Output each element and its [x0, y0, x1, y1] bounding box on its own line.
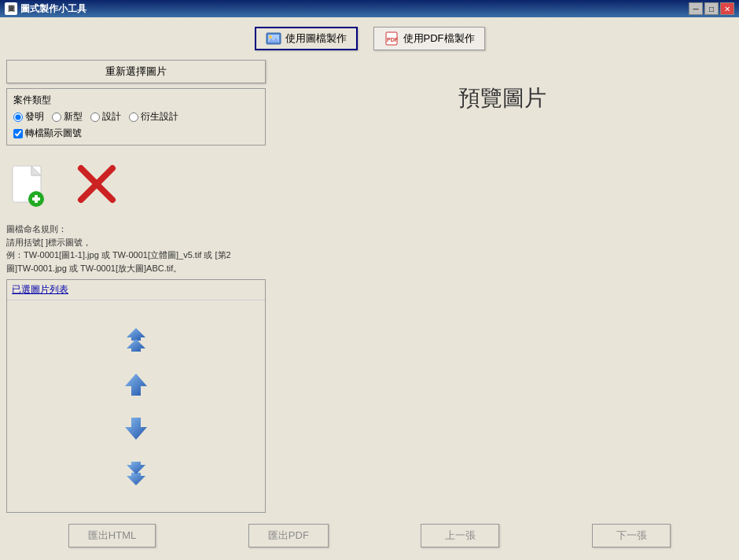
radio-design[interactable]: 設計 — [90, 110, 121, 123]
move-to-top-button[interactable] — [122, 326, 150, 355]
pdf-file-label: 使用PDF檔製作 — [403, 31, 475, 46]
checkbox-show-figure-number[interactable]: 轉檔顯示圖號 — [13, 127, 259, 140]
delete-icon[interactable] — [77, 164, 116, 204]
pdf-file-button[interactable]: PDF 使用PDF檔製作 — [373, 27, 485, 50]
rules-line3: 圖]TW-0001.jpg 或 TW-0001[放大圖]ABC.tif。 — [6, 262, 266, 275]
svg-marker-15 — [125, 374, 147, 396]
image-list-section: 已選圖片列表 — [6, 279, 266, 513]
minimize-button[interactable]: ─ — [689, 2, 703, 15]
radio-new-type[interactable]: 新型 — [52, 110, 83, 123]
export-html-button[interactable]: 匯出HTML — [68, 524, 156, 547]
window-controls[interactable]: ─ □ ✕ — [689, 2, 734, 15]
window-body: 使用圖檔製作 PDF 使用PDF檔製作 重新選擇圖片 案件類型 — [0, 17, 739, 560]
move-to-bottom-button[interactable] — [122, 459, 150, 487]
title-bar: 圖 圖式製作小工具 ─ □ ✕ — [0, 0, 739, 17]
export-pdf-button[interactable]: 匯出PDF — [248, 524, 329, 547]
main-content: 重新選擇圖片 案件類型 發明 新型 設計 — [6, 60, 733, 513]
restore-button[interactable]: □ — [704, 2, 719, 15]
nav-arrows — [122, 311, 150, 503]
rules-text: 圖檔命名規則： 請用括號[ ]標示圖號， 例：TW-0001[圖1-1].jpg… — [6, 223, 266, 274]
select-image-button[interactable]: 重新選擇圖片 — [6, 60, 266, 83]
move-up-button[interactable] — [122, 370, 150, 399]
icons-area — [6, 150, 266, 218]
add-file-icon[interactable] — [6, 157, 53, 212]
next-page-button[interactable]: 下一張 — [592, 524, 671, 547]
image-icon — [266, 32, 281, 45]
pdf-icon: PDF — [384, 32, 399, 45]
move-down-button[interactable] — [122, 414, 150, 443]
close-button[interactable]: ✕ — [720, 2, 734, 15]
svg-point-3 — [269, 35, 272, 39]
svg-marker-14 — [127, 339, 145, 352]
radio-invention[interactable]: 發明 — [13, 110, 44, 123]
svg-marker-13 — [127, 328, 145, 341]
radio-group: 發明 新型 設計 衍生設計 — [13, 110, 259, 123]
case-type-box: 案件類型 發明 新型 設計 — [6, 88, 266, 146]
rules-line1: 請用括號[ ]標示圖號， — [6, 236, 266, 249]
top-toolbar: 使用圖檔製作 PDF 使用PDF檔製作 — [6, 24, 733, 53]
rules-line2: 例：TW-0001[圖1-1].jpg 或 TW-0001[立體圖]_v5.ti… — [6, 249, 266, 262]
case-type-label: 案件類型 — [13, 94, 259, 107]
svg-marker-16 — [125, 418, 147, 440]
svg-marker-17 — [127, 473, 145, 485]
bottom-toolbar: 匯出HTML 匯出PDF 上一張 下一張 — [6, 518, 733, 554]
right-panel: 預覽圖片 — [272, 60, 733, 513]
image-file-label: 使用圖檔製作 — [285, 31, 347, 46]
image-list-header[interactable]: 已選圖片列表 — [7, 280, 265, 300]
svg-rect-10 — [35, 195, 38, 203]
rules-title: 圖檔命名規則： — [6, 223, 266, 236]
window-title: 圖式製作小工具 — [20, 2, 86, 16]
svg-marker-18 — [127, 462, 145, 474]
radio-derived-design[interactable]: 衍生設計 — [129, 110, 178, 123]
image-list-body — [7, 300, 265, 512]
image-file-button[interactable]: 使用圖檔製作 — [255, 27, 358, 50]
left-panel: 重新選擇圖片 案件類型 發明 新型 設計 — [6, 60, 266, 513]
preview-label: 預覽圖片 — [458, 83, 546, 113]
svg-text:PDF: PDF — [387, 37, 398, 42]
prev-page-button[interactable]: 上一張 — [421, 524, 499, 547]
app-icon: 圖 — [5, 2, 17, 15]
